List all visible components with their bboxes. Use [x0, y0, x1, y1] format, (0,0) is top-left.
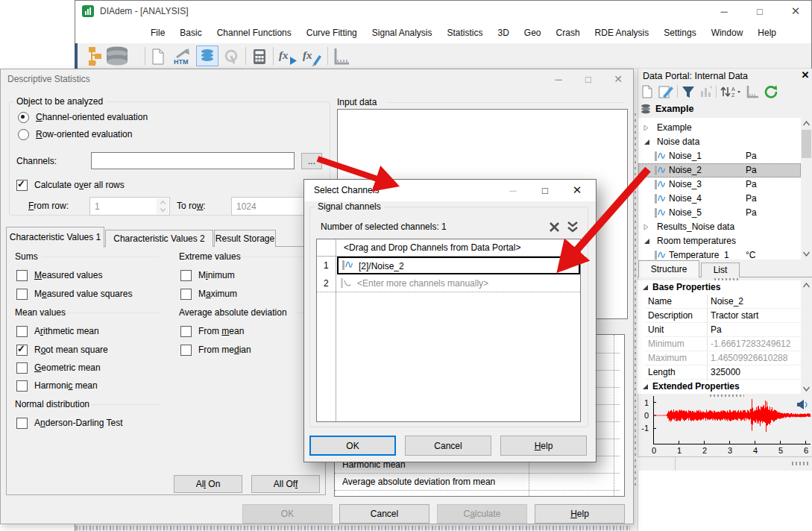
expanded-arrow-icon[interactable] — [642, 284, 649, 291]
channel-placeholder[interactable]: <Enter more channels manually> — [357, 278, 488, 289]
tree-item-example[interactable]: Example — [638, 121, 801, 135]
checkbox-box[interactable] — [16, 270, 28, 281]
select-cancel-button[interactable]: Cancel — [405, 436, 491, 456]
scroll-up-icon[interactable] — [803, 121, 810, 126]
portal-ruler-icon[interactable] — [745, 84, 760, 99]
stats-close-button[interactable]: ✕ — [605, 72, 632, 87]
menu-geo[interactable]: Geo — [517, 22, 549, 43]
scroll-up-icon[interactable] — [803, 283, 810, 288]
portal-chart-icon[interactable] — [699, 84, 714, 99]
data-portal-toggle-icon[interactable] — [196, 45, 218, 66]
tree-item-room-temperatures[interactable]: Room temperatures — [638, 234, 801, 248]
browse-channels-button[interactable]: ... — [301, 153, 322, 169]
portal-edit-icon[interactable] — [658, 84, 674, 99]
stats-help-button[interactable]: Help — [535, 504, 625, 524]
checkbox-box[interactable] — [16, 326, 28, 337]
tree-item-noise-5[interactable]: Noise_5 Pa — [638, 206, 801, 220]
scroll-down-icon[interactable] — [803, 386, 810, 392]
checkbox-arithmetic-mean[interactable]: Arithmetic mean — [16, 326, 99, 337]
radio-row-oriented[interactable]: Row-oriented evaluation — [18, 129, 132, 140]
stats-maximize-button[interactable]: □ — [575, 72, 602, 87]
checkbox-anderson-darling[interactable]: Anderson-Darling Test — [16, 418, 123, 429]
checkbox-root-mean-square[interactable]: Root mean square — [16, 345, 108, 356]
new-file-icon[interactable] — [150, 48, 166, 66]
property-row-length[interactable]: Length 325000 — [645, 365, 801, 380]
menu-signal-analysis[interactable]: Signal Analysis — [365, 22, 440, 43]
extended-properties-header[interactable]: Extended Properties — [652, 381, 740, 392]
checkbox-harmonic-mean[interactable]: Harmonic mean — [16, 380, 98, 392]
all-on-button[interactable]: All On — [174, 475, 242, 493]
menu-3d[interactable]: 3D — [491, 22, 517, 43]
menu-curve-fitting[interactable]: Curve Fitting — [299, 22, 365, 43]
menu-help[interactable]: Help — [750, 22, 784, 43]
scrollbar-thumb[interactable] — [802, 130, 811, 158]
prop-value[interactable]: Noise_2 — [711, 296, 743, 307]
expanded-arrow-icon[interactable] — [642, 383, 649, 390]
selected-cell[interactable]: [2]/Noise_2 — [337, 257, 580, 274]
menu-file[interactable]: File — [143, 22, 172, 43]
tree-item-noise-1[interactable]: Noise_1 Pa — [638, 149, 801, 163]
menu-channel-functions[interactable]: Channel Functions — [210, 22, 299, 43]
resize-grip[interactable] — [792, 462, 808, 465]
expanded-arrow-icon[interactable] — [643, 238, 650, 245]
collapsed-arrow-icon[interactable] — [643, 224, 649, 230]
channel-preview-chart[interactable] — [653, 396, 811, 445]
radio-channel-oriented[interactable]: Channel-oriented evaluation — [18, 112, 148, 123]
scroll-down-icon[interactable] — [803, 251, 810, 257]
export-htm-icon[interactable]: HTM — [172, 47, 193, 66]
radio-dot[interactable] — [18, 112, 29, 123]
checkbox-maximum[interactable]: Maximum — [180, 289, 237, 300]
speaker-icon[interactable] — [796, 398, 811, 411]
maximize-button[interactable]: □ — [744, 3, 775, 19]
touch-mode-icon[interactable] — [222, 47, 240, 66]
stats-cancel-button[interactable]: Cancel — [339, 504, 429, 524]
portal-sort-icon[interactable]: AZ — [719, 84, 741, 99]
collapsed-arrow-icon[interactable] — [643, 125, 649, 131]
checkbox-box[interactable] — [180, 289, 192, 300]
data-portal-close-icon[interactable]: ✕ — [799, 69, 811, 81]
checkbox-geometric-mean[interactable]: Geometric mean — [16, 362, 101, 374]
checkbox-box[interactable] — [180, 345, 192, 356]
checkbox-box[interactable] — [16, 418, 28, 429]
tree-item-temperature-1[interactable]: Temperature_1 °C — [638, 248, 801, 260]
select-ok-button[interactable]: OK — [309, 436, 396, 456]
checkbox-box[interactable] — [180, 326, 192, 337]
portal-root-label[interactable]: Example — [655, 104, 693, 115]
checkbox-box[interactable] — [180, 270, 192, 281]
checkbox-from-mean[interactable]: From mean — [180, 326, 244, 337]
checkbox-box[interactable] — [16, 380, 28, 392]
channel-row-1[interactable]: 1 [2]/Noise_2 — [317, 257, 580, 274]
checkbox-box[interactable] — [16, 180, 28, 191]
chevron-double-down-icon[interactable] — [566, 221, 579, 233]
checkbox-calculate-all-rows[interactable]: Calculate over all rows — [16, 180, 125, 191]
ruler-icon[interactable] — [333, 47, 350, 66]
checkbox-from-median[interactable]: From median — [180, 345, 251, 356]
base-properties-header[interactable]: Base Properties — [652, 282, 720, 293]
all-off-button[interactable]: All Off — [251, 475, 320, 493]
checkbox-box[interactable] — [16, 289, 28, 300]
checkbox-minimum[interactable]: Minimum — [180, 270, 235, 281]
checkbox-box[interactable] — [16, 362, 28, 374]
spin-down-icon[interactable] — [157, 206, 169, 214]
select-maximize-button[interactable]: □ — [532, 181, 558, 199]
tree-item-noise-3[interactable]: Noise_3 Pa — [638, 177, 801, 192]
from-row-spinner[interactable]: 1 — [89, 197, 170, 216]
property-row-description[interactable]: Description Tractor start — [645, 309, 801, 323]
checkbox-box[interactable] — [16, 345, 28, 356]
remove-channel-icon[interactable] — [549, 221, 560, 233]
fx-run-icon[interactable]: fx — [278, 46, 298, 66]
tab-structure[interactable]: Structure — [638, 260, 699, 277]
fx-edit-icon[interactable]: fx — [302, 46, 322, 66]
select-help-button[interactable]: Help — [500, 436, 587, 456]
minimize-button[interactable]: ─ — [708, 3, 740, 19]
prop-value[interactable]: Pa — [711, 324, 722, 336]
portal-new-file-icon[interactable] — [641, 84, 654, 99]
stats-minimize-button[interactable]: ─ — [545, 72, 572, 87]
property-row-name[interactable]: Name Noise_2 — [645, 295, 801, 309]
tab-characteristic-values-2[interactable]: Characteristic Values 2 — [105, 230, 213, 247]
properties-scrollbar[interactable] — [801, 280, 812, 394]
tab-characteristic-values-1[interactable]: Characteristic Values 1 — [6, 227, 104, 248]
menu-rde-analysis[interactable]: RDE Analysis — [588, 22, 657, 43]
tree-item-noise-2[interactable]: Noise_2 Pa — [638, 163, 801, 177]
menu-settings[interactable]: Settings — [656, 22, 703, 43]
